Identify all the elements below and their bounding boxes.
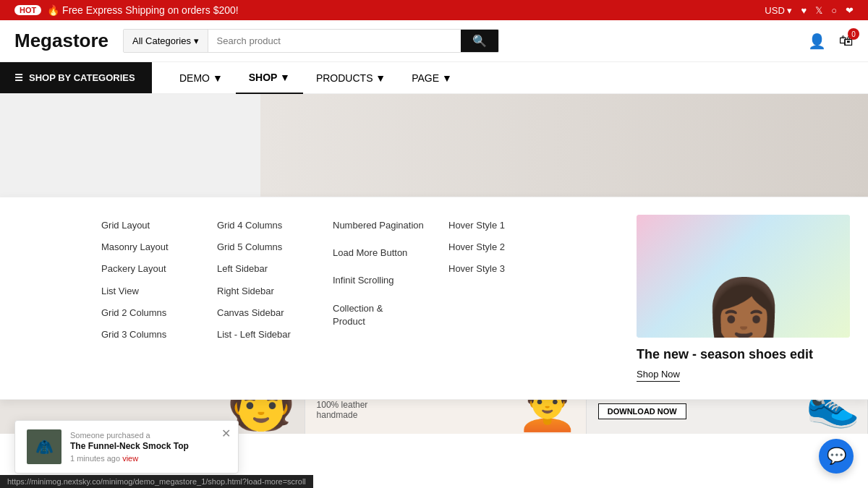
nav-item-shop[interactable]: SHOP ▼ (236, 62, 303, 94)
promo-image: 👩🏾 (637, 215, 850, 338)
scroll-content: Grid Layout Masonry Layout Packery Layou… (0, 94, 868, 434)
currency-selector[interactable]: USD ▾ (765, 5, 792, 16)
hot-badge: HOT (14, 5, 41, 15)
menu-item-numbered-pagination[interactable]: Numbered Pagination (333, 215, 434, 236)
nav-bar: ☰ SHOP BY CATEGORIES DEMO ▼ SHOP ▼ PRODU… (0, 62, 868, 94)
toast-close-button[interactable]: ✕ (221, 427, 231, 434)
menu-item-infinit-scrolling[interactable]: Infinit Scrolling (333, 270, 434, 291)
menu-item-grid-5-columns[interactable]: Grid 5 Columns (217, 236, 318, 258)
menu-item-masonry-layout[interactable]: Masonry Layout (101, 236, 203, 258)
menu-col-1: Grid Layout Masonry Layout Packery Layou… (101, 215, 217, 382)
mega-menu: Grid Layout Masonry Layout Packery Layou… (0, 197, 868, 400)
shop-by-categories-button[interactable]: ☰ SHOP BY CATEGORIES (0, 62, 152, 93)
menu-promo: 👩🏾 The new - season shoes edit Shop Now (637, 215, 854, 382)
promo-title: The new - season shoes edit (637, 346, 854, 363)
download-now-button[interactable]: DOWNLOAD NOW (598, 403, 686, 419)
nav-item-demo[interactable]: DEMO ▼ (166, 62, 236, 94)
menu-item-list-left-sidebar[interactable]: List - Left Sidebar (217, 324, 318, 346)
menu-item-hover-style-3[interactable]: Hover Style 3 (448, 258, 550, 280)
search-button[interactable]: 🔍 (461, 30, 498, 52)
toast-label: Someone purchased a (70, 431, 226, 434)
header: Megastore All Categories ▾ 🔍 👤 🛍 0 (0, 20, 868, 62)
header-icons: 👤 🛍 0 (808, 33, 854, 50)
nav-links: DEMO ▼ SHOP ▼ PRODUCTS ▼ PAGE ▼ (152, 62, 465, 93)
menu-item-grid-3-columns[interactable]: Grid 3 Columns (101, 324, 203, 346)
search-bar: All Categories ▾ 🔍 (123, 29, 499, 53)
menu-item-grid-layout[interactable]: Grid Layout (101, 215, 203, 236)
promo-text: The new - season shoes edit Shop Now (637, 346, 854, 382)
search-input[interactable] (208, 30, 461, 52)
nav-item-products[interactable]: PRODUCTS ▼ (303, 62, 399, 94)
menu-item-right-sidebar[interactable]: Right Sidebar (217, 281, 318, 302)
promo-shop-now-link[interactable]: Shop Now (637, 369, 680, 382)
top-bar-right: USD ▾ ♥ 𝕏 ○ ❤ (765, 5, 854, 16)
top-bar-left: HOT 🔥 Free Express Shipping on orders $2… (14, 4, 239, 16)
menu-item-load-more[interactable]: Load More Button (333, 242, 434, 264)
toast-notification: 🧥 Someone purchased a The Funnel-Neck Sm… (14, 420, 239, 434)
logo[interactable]: Megastore (14, 30, 109, 52)
menu-col-2: Grid 4 Columns Grid 5 Columns Left Sideb… (217, 215, 333, 382)
toast-product-image: 🧥 (27, 429, 61, 434)
facebook-icon[interactable]: ♥ (801, 5, 807, 16)
menu-item-canvas-sidebar[interactable]: Canvas Sidebar (217, 302, 318, 324)
nav-item-page[interactable]: PAGE ▼ (399, 62, 465, 94)
account-icon[interactable]: 👤 (808, 33, 826, 50)
menu-item-list-view[interactable]: List View (101, 281, 203, 302)
menu-item-grid-4-columns[interactable]: Grid 4 Columns (217, 215, 318, 236)
menu-item-left-sidebar[interactable]: Left Sidebar (217, 258, 318, 280)
cart-icon[interactable]: 🛍 0 (839, 33, 854, 49)
search-category-dropdown[interactable]: All Categories ▾ (124, 30, 208, 52)
instagram-icon[interactable]: ○ (831, 5, 837, 16)
menu-item-grid-2-columns[interactable]: Grid 2 Columns (101, 302, 203, 324)
menu-col-3: Numbered Pagination Load More Button Inf… (333, 215, 448, 382)
menu-item-collection-product[interactable]: Collection &Product (333, 298, 434, 333)
top-bar: HOT 🔥 Free Express Shipping on orders $2… (0, 0, 868, 20)
banner-2-sub: 100% leatherhandmade (317, 400, 412, 420)
menu-icon: ☰ (14, 72, 23, 83)
menu-item-hover-style-1[interactable]: Hover Style 1 (448, 215, 550, 236)
cart-badge: 0 (848, 28, 859, 40)
menu-col-4: Hover Style 1 Hover Style 2 Hover Style … (448, 215, 564, 382)
shipping-text: 🔥 Free Express Shipping on orders $200! (47, 4, 238, 16)
pinterest-icon[interactable]: ❤ (846, 5, 854, 16)
toast-text: Someone purchased a The Funnel-Neck Smoc… (70, 431, 226, 434)
shop-by-label: SHOP BY CATEGORIES (29, 72, 135, 83)
promo-person-figure: 👩🏾 (703, 280, 784, 338)
menu-item-packery-layout[interactable]: Packery Layout (101, 258, 203, 280)
twitter-icon[interactable]: 𝕏 (815, 5, 822, 16)
menu-item-hover-style-2[interactable]: Hover Style 2 (448, 236, 550, 258)
